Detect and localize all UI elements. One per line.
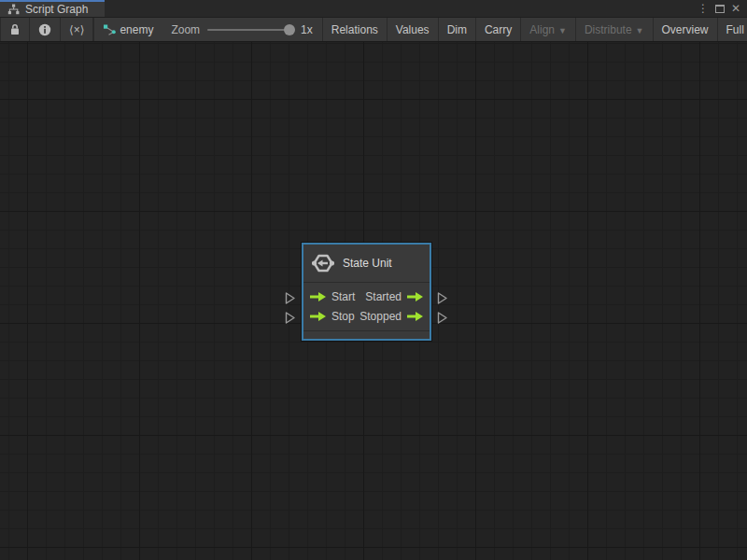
- port-row: Stop Stopped: [303, 306, 430, 326]
- close-icon[interactable]: ✕: [731, 3, 740, 14]
- zoom-label: Zoom: [171, 23, 200, 36]
- output-port-label: Stopped: [359, 310, 402, 323]
- values-button[interactable]: Values: [388, 18, 439, 41]
- carry-button[interactable]: Carry: [476, 18, 521, 41]
- overview-label: Overview: [662, 23, 709, 36]
- zoom-control: Zoom 1x: [162, 18, 321, 41]
- overview-button[interactable]: Overview: [654, 18, 718, 41]
- toolbar-right-cluster: Relations Values Dim Carry Align ▼ Distr…: [322, 18, 747, 41]
- tab-script-graph[interactable]: Script Graph: [0, 0, 105, 17]
- stop-input-port[interactable]: [285, 311, 296, 323]
- flow-arrow-icon[interactable]: [310, 312, 326, 321]
- relations-button[interactable]: Relations: [322, 18, 388, 41]
- start-input-port[interactable]: [285, 291, 296, 303]
- started-output-port[interactable]: [437, 291, 448, 303]
- maximize-icon[interactable]: [715, 5, 725, 13]
- inspect-code-button[interactable]: ⟨×⟩: [61, 18, 93, 41]
- angle-brackets-icon: ⟨×⟩: [69, 23, 84, 36]
- chevron-down-icon: ▼: [636, 26, 644, 35]
- distribute-label: Distribute: [585, 23, 632, 36]
- graph-asset-button[interactable]: enemy: [94, 18, 162, 41]
- align-dropdown[interactable]: Align ▼: [521, 18, 576, 41]
- window-controls: ⋮ ✕: [698, 0, 747, 17]
- flow-arrow-icon[interactable]: [407, 292, 423, 301]
- relations-label: Relations: [331, 23, 378, 36]
- distribute-dropdown[interactable]: Distribute ▼: [576, 18, 654, 41]
- toolbar: ⟨×⟩ enemy Zoom 1x Relations Values Dim: [0, 18, 747, 42]
- flow-arrow-icon[interactable]: [310, 292, 326, 301]
- zoom-value: 1x: [301, 23, 313, 36]
- dim-label: Dim: [447, 23, 467, 36]
- graph-canvas[interactable]: State Unit Start Started: [0, 42, 747, 560]
- align-label: Align: [529, 23, 555, 36]
- tab-title: Script Graph: [25, 3, 88, 16]
- lock-button[interactable]: [0, 18, 30, 41]
- full-screen-button[interactable]: Full Screen: [718, 18, 747, 41]
- script-graph-icon: [7, 4, 20, 15]
- graph-asset-icon: [103, 23, 116, 36]
- node-title: State Unit: [343, 257, 392, 270]
- info-icon: [38, 23, 51, 36]
- zoom-slider[interactable]: [207, 29, 293, 31]
- full-screen-label: Full Screen: [726, 23, 747, 36]
- input-port-label: Start: [331, 290, 355, 303]
- node-footer: [303, 330, 430, 339]
- stopped-output-port[interactable]: [437, 311, 448, 323]
- port-row: Start Started: [303, 287, 430, 306]
- zoom-slider-handle[interactable]: [284, 24, 295, 35]
- output-port-label: Started: [365, 290, 402, 303]
- values-label: Values: [396, 23, 430, 36]
- menu-kebab-icon[interactable]: ⋮: [698, 3, 709, 14]
- graph-name-label: enemy: [120, 23, 153, 36]
- state-unit-node[interactable]: State Unit Start Started: [302, 243, 431, 341]
- node-header[interactable]: State Unit: [303, 245, 430, 283]
- info-button[interactable]: [30, 18, 61, 41]
- input-port-label: Stop: [331, 310, 355, 323]
- node-body: Start Started Stop Stopped: [303, 283, 430, 330]
- dim-button[interactable]: Dim: [439, 18, 476, 41]
- tab-strip: Script Graph ⋮ ✕: [0, 0, 747, 18]
- chevron-down-icon: ▼: [558, 26, 567, 35]
- carry-label: Carry: [485, 23, 512, 36]
- lock-icon: [9, 23, 21, 35]
- state-unit-icon: [312, 253, 334, 273]
- flow-arrow-icon[interactable]: [407, 312, 423, 321]
